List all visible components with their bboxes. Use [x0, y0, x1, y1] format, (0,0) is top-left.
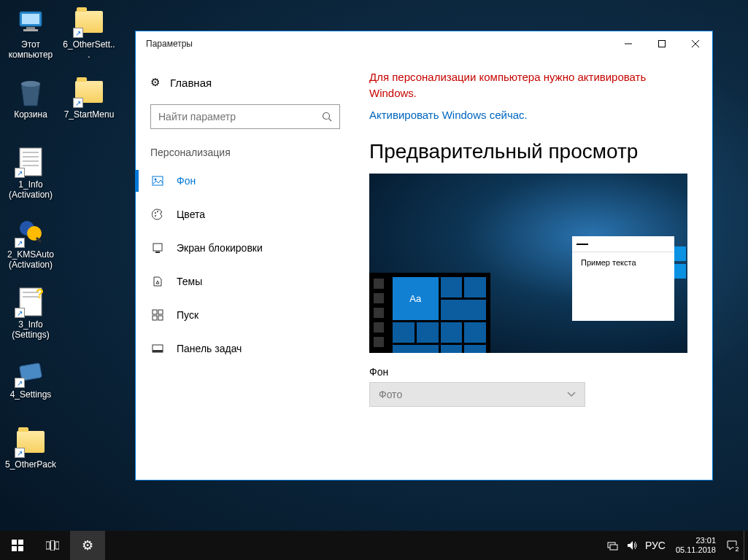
- activate-link[interactable]: Активировать Windows сейчас.: [369, 109, 528, 121]
- maximize-button[interactable]: [645, 31, 679, 56]
- desktop-icon-label: Этот компьютер: [4, 39, 57, 60]
- desktop-icon-2-kmsauto[interactable]: ↗ 2_KMSAuto (Activation): [3, 213, 58, 273]
- settings-window: Параметры ⚙ Главная П: [135, 31, 713, 481]
- svg-point-25: [155, 212, 156, 214]
- search-input[interactable]: [150, 104, 340, 129]
- maximize-icon: [658, 40, 666, 47]
- svg-rect-2: [26, 27, 35, 29]
- dropdown-value: Фото: [379, 389, 402, 400]
- desktop-icon-5-otherpack[interactable]: ↗ 5_OtherPack: [3, 423, 58, 472]
- desktop-icon-other-sett[interactable]: ↗ 6_OtherSett...: [61, 3, 117, 63]
- home-label: Главная: [170, 77, 212, 89]
- system-tray: РУС 23:01 05.11.2018 2: [601, 531, 744, 560]
- taskbar-icon: [152, 343, 163, 354]
- svg-rect-39: [18, 546, 23, 551]
- home-button[interactable]: ⚙ Главная: [136, 68, 355, 97]
- svg-rect-42: [55, 542, 59, 549]
- folder-icon: ↗: [73, 76, 105, 108]
- action-center-button[interactable]: 2: [726, 540, 738, 551]
- desktop-icon-start-menu[interactable]: ↗ 7_StartMenu: [61, 73, 117, 122]
- svg-rect-38: [12, 546, 17, 551]
- app-icon: ↗: [15, 356, 47, 388]
- nav-taskbar[interactable]: Панель задач: [136, 332, 355, 365]
- background-label: Фон: [369, 366, 690, 378]
- palette-icon: [152, 209, 163, 220]
- taskbar-settings[interactable]: ⚙: [70, 531, 105, 560]
- recycle-bin-icon: [15, 76, 47, 108]
- task-view-icon: [46, 540, 59, 551]
- nav-start[interactable]: Пуск: [136, 298, 355, 332]
- show-desktop-button[interactable]: [744, 531, 748, 560]
- settings-sidebar: ⚙ Главная Персонализация Фон Цв: [136, 56, 355, 480]
- lockscreen-icon: [152, 242, 163, 254]
- window-controls: [612, 31, 712, 56]
- task-view-button[interactable]: [35, 531, 70, 560]
- svg-rect-33: [158, 316, 163, 320]
- language-indicator[interactable]: РУС: [645, 540, 666, 551]
- minimize-button[interactable]: [612, 31, 645, 56]
- desktop-icon-4-settings[interactable]: ↗ 4_Settings: [3, 353, 58, 402]
- svg-point-24: [155, 179, 157, 181]
- svg-rect-3: [23, 29, 38, 31]
- svg-rect-35: [153, 350, 163, 352]
- desktop-icon-label: 3_Info (Settings): [4, 319, 57, 340]
- nav-colors[interactable]: Цвета: [136, 198, 355, 231]
- minimize-icon: [625, 40, 632, 47]
- svg-point-4: [21, 81, 40, 87]
- folder-icon: ↗: [73, 6, 105, 38]
- svg-rect-1: [22, 14, 39, 24]
- desktop-icon-label: 1_Info (Activation): [4, 179, 57, 200]
- notification-count: 2: [733, 545, 741, 553]
- desktop-icon-label: Корзина: [4, 109, 57, 120]
- svg-point-11: [27, 226, 42, 241]
- section-label: Персонализация: [136, 142, 355, 164]
- nav-background[interactable]: Фон: [136, 164, 355, 198]
- title-bar[interactable]: Параметры: [136, 31, 712, 56]
- nav-lockscreen[interactable]: Экран блокировки: [136, 231, 355, 265]
- svg-rect-30: [153, 310, 157, 314]
- nav-label: Пуск: [177, 309, 198, 321]
- clock[interactable]: 23:01 05.11.2018: [673, 536, 719, 555]
- chevron-down-icon: [567, 392, 576, 397]
- nav-label: Темы: [177, 276, 202, 287]
- gear-icon: ⚙: [150, 76, 160, 89]
- nav-label: Панель задач: [177, 343, 242, 354]
- computer-icon: [15, 6, 47, 38]
- themes-icon: [152, 276, 163, 287]
- nav-label: Цвета: [177, 209, 205, 220]
- folder-icon: ↗: [15, 426, 47, 458]
- volume-icon[interactable]: [626, 540, 638, 551]
- svg-rect-36: [12, 540, 17, 545]
- activation-warning: Для персонализации компьютера нужно акти…: [369, 69, 690, 101]
- close-button[interactable]: [679, 31, 712, 56]
- start-button[interactable]: [0, 531, 35, 560]
- desktop-icon-3-info[interactable]: ? ↗ 3_Info (Settings): [3, 283, 58, 343]
- nav-themes[interactable]: Темы: [136, 265, 355, 298]
- preview-tile-aa: Aa: [393, 277, 439, 320]
- settings-content: Для персонализации компьютера нужно акти…: [355, 56, 712, 480]
- desktop-icon-label: 2_KMSAuto (Activation): [4, 249, 57, 270]
- text-file-icon: ? ↗: [15, 286, 47, 318]
- desktop-icon-label: 4_Settings: [4, 389, 57, 400]
- gear-icon: ⚙: [82, 537, 93, 553]
- desktop-icon-1-info[interactable]: ↗ 1_Info (Activation): [3, 143, 58, 203]
- app-icon: ↗: [15, 216, 47, 248]
- network-icon[interactable]: [607, 540, 619, 551]
- svg-rect-44: [610, 545, 617, 550]
- desktop-icon-label: 7_StartMenu: [63, 109, 115, 120]
- nav-label: Экран блокировки: [177, 242, 263, 254]
- svg-point-26: [157, 211, 158, 212]
- svg-text:?: ?: [36, 287, 43, 301]
- search-field[interactable]: [158, 111, 322, 122]
- nav-label: Фон: [177, 175, 196, 187]
- desktop-icon-recycle-bin[interactable]: Корзина: [3, 73, 58, 122]
- start-icon: [152, 309, 163, 321]
- desktop-icon-label: 6_OtherSett...: [63, 39, 115, 60]
- svg-rect-28: [153, 244, 162, 251]
- svg-point-21: [323, 113, 330, 120]
- desktop-icon-this-pc[interactable]: Этот компьютер: [3, 3, 58, 63]
- svg-rect-32: [153, 316, 157, 320]
- svg-rect-41: [51, 540, 55, 551]
- preview-heading: Предварительный просмотр: [369, 140, 690, 163]
- svg-rect-40: [46, 542, 50, 549]
